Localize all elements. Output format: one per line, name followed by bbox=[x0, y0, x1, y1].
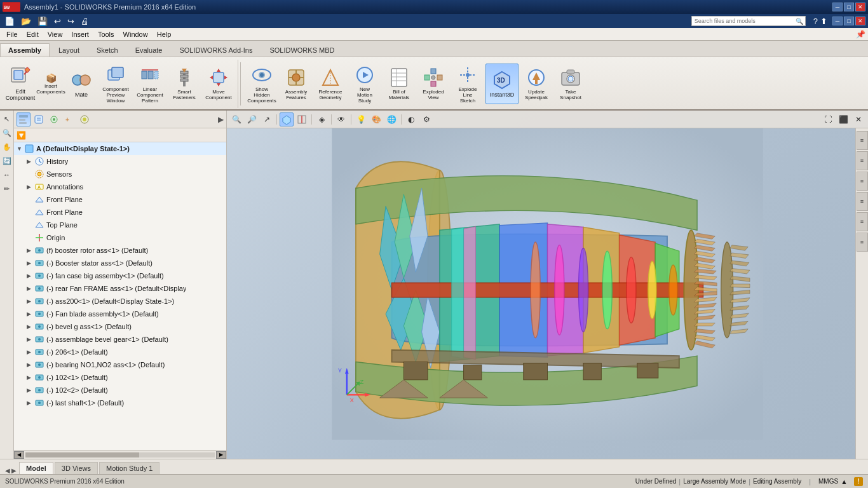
model-viewport[interactable]: X Y Z bbox=[227, 128, 868, 440]
menu-tools[interactable]: Tools bbox=[94, 29, 118, 39]
vt-close[interactable]: ✕ bbox=[851, 112, 865, 126]
tree-bearing[interactable]: ▶ (-) bearing NO1,NO2 ass<1> (Default) bbox=[14, 358, 226, 371]
tab-evaluate[interactable]: Evaluate bbox=[127, 43, 171, 57]
tab-sketch[interactable]: Sketch bbox=[88, 43, 126, 57]
smart-fasteners-button[interactable]: SmartFasteners bbox=[168, 64, 201, 104]
component-preview-button[interactable]: ComponentPreviewWindow bbox=[99, 64, 132, 104]
tree-bevel-g[interactable]: ▶ (-) bevel g ass<1> (Default) bbox=[14, 320, 226, 333]
ls-rotate[interactable]: 🔄 bbox=[1, 155, 13, 166]
vt-hide-show[interactable]: 👁 bbox=[334, 112, 348, 126]
title-minimize[interactable]: ─ bbox=[832, 17, 843, 25]
qat-undo[interactable]: ↩ bbox=[52, 17, 63, 26]
bill-of-materials-button[interactable]: Bill ofMaterials bbox=[383, 64, 416, 104]
tab-scroll-left[interactable]: ◀ bbox=[5, 467, 10, 474]
tree-right-plane[interactable]: ▶ Top Plane bbox=[14, 219, 226, 231]
pin-icon[interactable]: 📌 bbox=[856, 30, 865, 39]
tree-top-plane[interactable]: ▶ Front Plane bbox=[14, 206, 226, 219]
property-manager-tab[interactable] bbox=[32, 112, 46, 126]
title-close[interactable]: ✕ bbox=[855, 17, 865, 25]
configuration-manager-tab[interactable] bbox=[47, 112, 61, 126]
filter-input[interactable] bbox=[29, 132, 224, 139]
vt-lighting[interactable]: 💡 bbox=[354, 112, 368, 126]
menu-insert[interactable]: Insert bbox=[67, 29, 93, 39]
help-icon[interactable]: ? bbox=[813, 17, 818, 26]
tree-assemblage-bevel[interactable]: ▶ (-) assemblage bevel gear<1> (Default) bbox=[14, 333, 226, 346]
scroll-track[interactable] bbox=[25, 452, 215, 458]
panel-expand-button[interactable]: ▶ bbox=[218, 115, 224, 124]
qat-save[interactable]: 💾 bbox=[36, 17, 50, 26]
vt-settings[interactable]: ⚙ bbox=[419, 112, 433, 126]
tree-ass200[interactable]: ▶ (-) ass200<1> (Default<Display State-1… bbox=[14, 295, 226, 308]
scroll-right-btn[interactable]: ▶ bbox=[216, 451, 226, 459]
tree-booster-stator[interactable]: ▶ (-) Booster stator ass<1> (Default) bbox=[14, 257, 226, 269]
take-snapshot-button[interactable]: TakeSnapshot bbox=[554, 64, 587, 104]
vt-appearance[interactable]: 🎨 bbox=[369, 112, 383, 126]
rs-btn-4[interactable]: ≡ bbox=[857, 192, 868, 211]
scroll-left-btn[interactable]: ◀ bbox=[14, 451, 24, 459]
tree-102-1[interactable]: ▶ (-) 102<1> (Default) bbox=[14, 371, 226, 384]
ls-dimension[interactable]: ↔ bbox=[1, 169, 13, 180]
vt-search2[interactable]: 🔎 bbox=[245, 112, 259, 126]
explode-line-sketch-button[interactable]: ExplodeLineSketch bbox=[451, 64, 484, 104]
qat-open[interactable]: 📂 bbox=[19, 17, 33, 26]
tree-root[interactable]: ▼ A (Default<Display State-1>) bbox=[14, 142, 226, 155]
vt-expand[interactable]: ⬛ bbox=[836, 112, 850, 126]
tree-sensors[interactable]: ▶ Sensors bbox=[14, 168, 226, 180]
minimize-button[interactable]: ─ bbox=[832, 3, 843, 11]
rs-btn-3[interactable]: ≡ bbox=[857, 172, 868, 191]
vt-search1[interactable]: 🔍 bbox=[229, 112, 243, 126]
tab-layout[interactable]: Layout bbox=[50, 43, 88, 57]
tree-rear-fan-frame[interactable]: ▶ (-) rear Fan FRAME ass<1> (Default<Dis… bbox=[14, 282, 226, 295]
assembly-features-button[interactable]: AssemblyFeatures bbox=[280, 64, 313, 104]
ls-select[interactable]: ↖ bbox=[1, 113, 13, 125]
viewport[interactable]: 🔍 🔎 ↗ ◈ 👁 💡 🎨 🌐 ◐ ⚙ bbox=[227, 111, 868, 459]
edit-component-button[interactable]: EditComponent bbox=[4, 64, 37, 104]
search-input[interactable] bbox=[692, 17, 794, 25]
show-hidden-button[interactable]: ShowHiddenComponents bbox=[245, 64, 278, 104]
status-unit-arrow[interactable]: ▲ bbox=[841, 478, 848, 485]
mate-button[interactable]: Mate bbox=[65, 64, 98, 104]
vt-realview[interactable]: ◐ bbox=[404, 112, 418, 126]
qat-redo[interactable]: ↪ bbox=[65, 17, 76, 26]
feature-manager-tab[interactable] bbox=[17, 112, 31, 126]
menu-window[interactable]: Window bbox=[119, 29, 152, 39]
tree-fan-blade[interactable]: ▶ (-) Fan blade assembly<1> (Default) bbox=[14, 308, 226, 320]
menu-file[interactable]: File bbox=[3, 29, 22, 39]
maximize-button[interactable]: □ bbox=[844, 3, 854, 11]
tab-model[interactable]: Model bbox=[19, 462, 53, 474]
window-controls[interactable]: ─ □ ✕ bbox=[832, 3, 865, 11]
tab-addins[interactable]: SOLIDWORKS Add-Ins bbox=[171, 43, 261, 57]
ls-sketch[interactable]: ✏ bbox=[1, 183, 13, 194]
qat-new[interactable]: 📄 bbox=[3, 17, 17, 26]
vt-view-orient[interactable] bbox=[280, 112, 294, 126]
tree-102-2[interactable]: ▶ (-) 102<2> (Default) bbox=[14, 384, 226, 396]
qat-print[interactable]: 🖨 bbox=[79, 17, 91, 26]
insert-components-button[interactable]: 📦 InsertComponents bbox=[38, 74, 64, 93]
reference-geometry-button[interactable]: ReferenceGeometry bbox=[314, 64, 347, 104]
search-box[interactable]: 🔍 bbox=[691, 16, 806, 26]
menu-view[interactable]: View bbox=[44, 29, 67, 39]
exploded-view-button[interactable]: ExplodedView bbox=[417, 64, 450, 104]
tab-motion-study[interactable]: Motion Study 1 bbox=[99, 462, 159, 474]
tab-3dviews[interactable]: 3D Views bbox=[55, 462, 98, 474]
move-component-button[interactable]: MoveComponent bbox=[202, 64, 235, 104]
title-maximize[interactable]: □ bbox=[844, 17, 854, 25]
ls-pan[interactable]: ✋ bbox=[1, 141, 13, 152]
rs-btn-1[interactable]: ≡ bbox=[857, 131, 868, 150]
vt-display-style[interactable]: ◈ bbox=[315, 112, 329, 126]
menu-help[interactable]: Help bbox=[153, 29, 175, 39]
tree-front-plane[interactable]: ▶ Front Plane bbox=[14, 193, 226, 206]
tree-origin[interactable]: ▶ Origin bbox=[14, 231, 226, 244]
new-motion-study-button[interactable]: NewMotionStudy bbox=[348, 64, 381, 104]
scroll-thumb[interactable] bbox=[25, 452, 139, 458]
update-speedpak-button[interactable]: UpdateSpeedpak bbox=[520, 64, 553, 104]
vt-scenes[interactable]: 🌐 bbox=[384, 112, 398, 126]
close-button[interactable]: ✕ bbox=[855, 3, 865, 11]
rs-btn-2[interactable]: ≡ bbox=[857, 151, 868, 170]
instant3d-button[interactable]: 3D Instant3D bbox=[485, 64, 519, 104]
tree-206-1[interactable]: ▶ (-) 206<1> (Default) bbox=[14, 346, 226, 358]
vt-select[interactable]: ↗ bbox=[260, 112, 274, 126]
tree-booster-rotor[interactable]: ▶ (f) booster rotor ass<1> (Default) bbox=[14, 244, 226, 257]
display-manager-tab[interactable] bbox=[78, 112, 92, 126]
rs-btn-5[interactable]: ≡ bbox=[857, 212, 868, 231]
